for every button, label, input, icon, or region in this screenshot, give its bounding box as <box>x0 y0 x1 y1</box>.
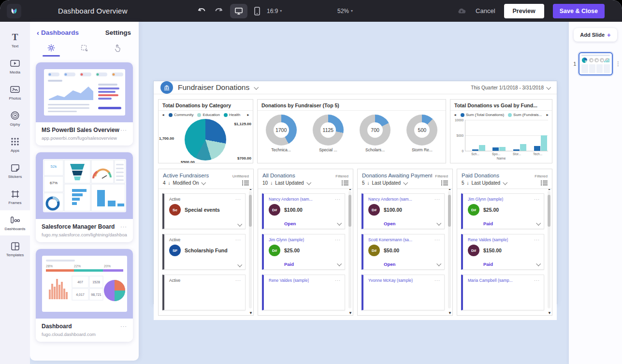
zoom-level-dropdown[interactable]: 52%▾ <box>337 8 353 15</box>
more-options-icon[interactable]: ··· <box>335 198 341 201</box>
more-options-icon[interactable]: ··· <box>235 238 241 241</box>
scroll-up-icon[interactable]: ▲ <box>548 189 551 190</box>
donation-card[interactable]: Nancy Anderson (sam... ··· D# $100.00 Op… <box>262 193 345 229</box>
chevron-down-icon[interactable] <box>202 180 206 185</box>
preview-button[interactable]: Preview <box>504 4 544 18</box>
back-to-dashboards-link[interactable]: ‹ Dashboards <box>37 29 79 37</box>
more-options-icon[interactable]: ··· <box>335 238 341 241</box>
donation-card[interactable]: Maria Campbell (samp... ··· <box>461 275 544 310</box>
more-options-icon[interactable]: ··· <box>434 238 440 241</box>
fundraiser-dashboard-widget[interactable]: Fundraiser Donations This Quarter 1/1/20… <box>154 81 557 304</box>
more-options-icon[interactable]: ··· <box>335 279 341 282</box>
chevron-down-icon[interactable] <box>337 262 342 266</box>
scrollbar[interactable] <box>548 191 550 308</box>
sort-direction-icon[interactable]: ↓ <box>367 180 370 186</box>
scrollbar[interactable] <box>448 191 451 308</box>
chevron-down-icon[interactable] <box>254 85 259 89</box>
fugo-logo[interactable] <box>7 4 21 18</box>
save-close-button[interactable]: Save & Close <box>553 4 605 18</box>
dashboard-thumbnail[interactable]: 28%22%20% 40715284,01798,721 Dashboard ·… <box>36 249 133 342</box>
legend-next-icon[interactable]: ► <box>246 113 250 116</box>
record-link[interactable]: Nancy Anderson (sam... <box>269 197 313 202</box>
view-selector-icon[interactable] <box>342 180 348 186</box>
scroll-up-icon[interactable]: ▲ <box>448 189 451 190</box>
scroll-down-icon[interactable]: ▼ <box>448 311 452 315</box>
tab-interaction[interactable] <box>105 44 130 57</box>
sort-field[interactable]: Modified On <box>173 180 199 186</box>
record-name[interactable]: Special events <box>185 207 220 213</box>
record-status[interactable]: Paid <box>284 262 294 267</box>
more-options-icon[interactable]: ··· <box>120 127 127 133</box>
sidebar-item-frames[interactable]: Frames <box>0 184 30 209</box>
chevron-down-icon[interactable] <box>337 221 342 226</box>
sidebar-item-giphy[interactable]: Giphy <box>0 106 30 131</box>
record-name[interactable]: Scholarship Fund <box>185 248 228 253</box>
record-list[interactable]: All Donations Filtered 10 ↓ Last Updated… <box>258 169 353 316</box>
sidebar-item-apps[interactable]: Apps <box>0 132 30 157</box>
filter-status[interactable]: Unfiltered <box>232 174 249 178</box>
tab-settings[interactable] <box>39 44 63 57</box>
sidebar-item-stickers[interactable]: Stickers <box>0 158 30 183</box>
more-options-icon[interactable]: ··· <box>434 198 440 201</box>
scroll-up-icon[interactable]: ▲ <box>348 189 352 190</box>
record-link[interactable]: Maria Campbell (samp... <box>468 278 513 283</box>
record-status[interactable]: Paid <box>483 221 493 226</box>
record-list[interactable]: Active Fundraisers Unfiltered 4 ↓ Modifi… <box>158 169 254 316</box>
chevron-down-icon[interactable] <box>306 180 311 185</box>
dashboard-thumbnail[interactable]: 52k 67% 40k Salesforce Manager Board ···… <box>36 152 133 242</box>
filter-status[interactable]: Filtered <box>435 174 448 178</box>
legend-prev-icon[interactable]: ◄ <box>161 113 165 116</box>
fundraiser-card[interactable]: Active ··· Se Special events <box>162 193 246 229</box>
fundraiser-card[interactable]: Active ··· SF Scholarship Fund <box>162 234 246 270</box>
mobile-view-button[interactable] <box>254 7 260 15</box>
undo-button[interactable] <box>197 7 207 15</box>
filter-status[interactable]: Filtered <box>535 174 548 178</box>
settings-link[interactable]: Settings <box>105 29 131 36</box>
aspect-ratio-dropdown[interactable]: 16:9▾ <box>267 8 282 15</box>
chevron-down-icon[interactable] <box>436 221 441 226</box>
slide-options-icon[interactable]: ⋮ <box>615 60 621 67</box>
more-options-icon[interactable]: ··· <box>235 279 241 282</box>
view-selector-icon[interactable] <box>541 180 548 186</box>
chevron-down-icon[interactable] <box>403 180 408 185</box>
filter-status[interactable]: Filtered <box>335 174 348 178</box>
record-link[interactable]: Nancy Anderson (sam... <box>368 197 412 202</box>
donation-card[interactable]: Rene Valdes (sample) ··· D# $150.00 Paid <box>461 234 544 270</box>
sidebar-item-dashboards[interactable]: Dashboards <box>0 210 30 235</box>
record-status[interactable]: Paid <box>483 262 493 267</box>
chart-donations-vs-goal[interactable]: Total Donations vs Goal by Fund... ◄Sum … <box>450 99 552 163</box>
chevron-down-icon[interactable] <box>536 221 541 226</box>
tab-position[interactable] <box>72 44 96 57</box>
sort-field[interactable]: Last Updated <box>472 180 501 186</box>
more-options-icon[interactable]: ··· <box>120 323 127 329</box>
fundraiser-card[interactable]: Active ··· <box>162 275 246 310</box>
more-options-icon[interactable]: ··· <box>534 238 540 241</box>
view-selector-icon[interactable] <box>441 180 448 186</box>
chevron-down-icon[interactable] <box>503 180 507 185</box>
more-options-icon[interactable]: ··· <box>534 198 540 201</box>
record-list[interactable]: Donations Awaiting Payment Filtered 5 ↓ … <box>357 169 453 316</box>
sort-field[interactable]: Last Updated <box>275 180 304 186</box>
record-list[interactable]: Paid Donations Filtered 5 ↓ Last Updated… <box>457 169 552 316</box>
sort-direction-icon[interactable]: ↓ <box>270 180 273 186</box>
donation-card[interactable]: Yvonne McKay (sample) ··· <box>362 275 445 310</box>
legend-next-icon[interactable]: ► <box>546 113 549 116</box>
sort-direction-icon[interactable]: ↓ <box>467 180 469 186</box>
record-status[interactable]: Open <box>384 221 395 226</box>
donation-card[interactable]: Jim Glynn (sample) ··· D# $25.00 Paid <box>461 193 544 229</box>
desktop-view-button[interactable] <box>230 4 247 18</box>
record-link[interactable]: Jim Glynn (sample) <box>468 197 503 202</box>
more-options-icon[interactable]: ··· <box>434 279 440 282</box>
scroll-down-icon[interactable]: ▼ <box>249 311 253 315</box>
view-selector-icon[interactable] <box>242 180 249 186</box>
chevron-down-icon[interactable] <box>436 262 441 266</box>
redo-button[interactable] <box>214 7 223 15</box>
record-link[interactable]: Jim Glynn (sample) <box>269 237 304 242</box>
chevron-down-icon[interactable] <box>536 262 541 266</box>
more-options-icon[interactable]: ··· <box>534 279 540 282</box>
donation-card[interactable]: Rene Valdes (sample) ··· <box>262 275 345 310</box>
sidebar-item-text[interactable]: T Text <box>0 28 30 53</box>
legend-prev-icon[interactable]: ◄ <box>453 113 457 116</box>
more-options-icon[interactable]: ··· <box>120 224 127 230</box>
chart-total-donations-by-category[interactable]: Total Donations by Category ◄CommunityEd… <box>158 99 253 163</box>
